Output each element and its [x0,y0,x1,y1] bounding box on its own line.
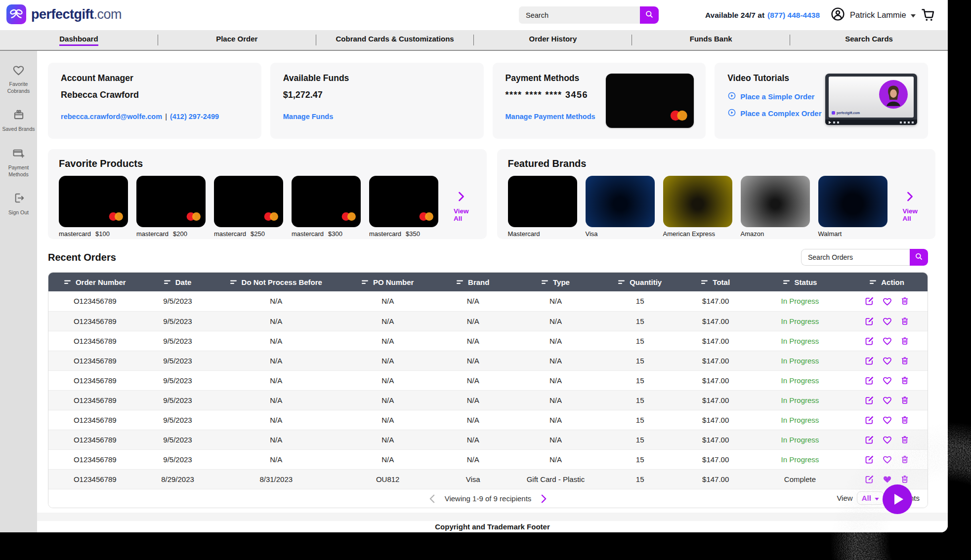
favorite-order-button[interactable] [882,415,892,425]
video-thumbnail[interactable]: perfectgift.com [825,74,917,125]
delete-order-button[interactable] [900,316,910,326]
control-dot [833,121,835,123]
product-card-image[interactable] [369,176,438,227]
search-button[interactable] [640,6,659,24]
product-card-image[interactable] [136,176,206,227]
column-header-total[interactable]: Total [678,273,754,291]
column-header-type[interactable]: Type [509,273,602,291]
nav-item-cobrand-cards-customizations[interactable]: Cobrand Cards & Customizations [316,35,474,46]
account-manager-phone-link[interactable]: (412) 297-2499 [170,113,219,120]
delete-order-button[interactable] [900,296,910,306]
favorite-order-button[interactable] [882,395,892,405]
delete-order-button[interactable] [900,415,910,425]
search-input[interactable] [519,6,640,24]
nav-item-place-order[interactable]: Place Order [158,35,316,46]
manage-payment-methods-link[interactable]: Manage Payment Methods [506,113,595,120]
orders-search-button[interactable] [910,249,928,266]
delete-order-button[interactable] [900,375,910,386]
support-phone-number[interactable]: (877) 448-4438 [767,11,820,20]
next-page-button[interactable] [540,494,548,504]
user-menu[interactable]: Patrick Lammie [830,0,916,30]
featured-brands-view-all[interactable]: View All [896,191,925,222]
delete-order-button[interactable] [900,336,910,346]
brand-logo-lockup[interactable]: perfectgift.com [6,4,122,24]
favorite-products-view-all[interactable]: View All [447,191,476,222]
brand-card-image-visa[interactable] [586,176,655,227]
play-icon[interactable] [829,121,831,124]
fullscreen-icon[interactable] [912,121,914,123]
brand-card-image-amazon[interactable] [741,176,810,227]
product-card-image[interactable] [59,176,128,227]
column-header-quantitiy[interactable]: Quantitiy [602,273,678,291]
edit-order-button[interactable] [864,336,875,346]
edit-order-button[interactable] [864,415,875,425]
favorite-order-button[interactable] [882,474,892,484]
card-title: Account Manager [61,73,249,83]
search-icon [914,252,924,263]
edit-order-button[interactable] [864,296,875,306]
main-content: Account Manager Rebecca Crawford rebecca… [37,51,948,513]
brand-caption: Visa [586,230,655,238]
sidebar-item-saved-brands[interactable]: Saved Brands [1,108,37,133]
edit-order-button[interactable] [864,435,875,445]
edit-order-button[interactable] [864,454,875,465]
edit-order-button[interactable] [864,356,875,366]
manage-funds-link[interactable]: Manage Funds [283,113,334,120]
nav-item-dashboard[interactable]: Dashboard [0,35,158,46]
favorite-order-button[interactable] [882,316,892,326]
brand-name: perfectgift.com [31,7,122,22]
brand-card-image-walmart[interactable] [818,176,887,227]
favorite-order-button[interactable] [882,375,892,386]
cell-type: N/A [509,390,602,410]
cell-total: $147.00 [678,331,754,351]
view-count-dropdown[interactable]: All [857,491,884,505]
sort-icon [618,278,625,286]
favorite-order-button[interactable] [882,356,892,366]
brand-card-image-american-express[interactable] [663,176,732,227]
sidebar-item-payment-methods[interactable]: Payment Methods [1,147,37,178]
sort-icon [542,278,549,286]
edit-order-button[interactable] [864,375,875,386]
nav-item-search-cards[interactable]: Search Cards [790,35,948,46]
delete-order-button[interactable] [900,395,910,405]
column-header-status[interactable]: Status [754,273,847,291]
column-header-do-not-process-before[interactable]: Do Not Process Before [213,273,338,291]
order-row: O1234567899/5/2023N/AN/AN/AN/A15$147.00 … [48,410,928,430]
orders-search-input[interactable] [801,249,910,266]
cell-do-not-process-before: N/A [213,331,338,351]
chevron-down-icon [875,494,879,502]
delete-order-button[interactable] [900,356,910,366]
product-card-image[interactable] [292,176,361,227]
payment-methods-card: Payment Methods **** **** **** 3456 Mana… [493,63,706,139]
cart-button[interactable] [920,7,935,24]
sidebar-item-favorite-cobrands[interactable]: Favorite Cobrands [1,64,37,94]
delete-order-button[interactable] [900,454,910,465]
delete-order-button[interactable] [900,435,910,445]
column-header-date[interactable]: Date [142,273,214,291]
column-header-po-number[interactable]: PO Number [338,273,437,291]
favorite-order-button[interactable] [882,435,892,445]
favorite-order-button[interactable] [882,296,892,306]
nav-item-funds-bank[interactable]: Funds Bank [632,35,790,46]
edit-order-button[interactable] [864,474,875,484]
previous-page-button[interactable] [428,494,436,504]
brand-card-image-mastercard[interactable] [508,176,577,227]
column-header-action[interactable]: Action [846,273,928,291]
account-manager-email-link[interactable]: rebecca.crawford@wolfe.com [61,113,162,120]
favorite-order-button[interactable] [882,454,892,465]
edit-order-button[interactable] [864,395,875,405]
video-controls [825,120,917,125]
delete-order-button[interactable] [900,474,910,484]
sidebar-item-sign-out[interactable]: Sign Out [1,192,37,216]
sort-icon [64,278,71,286]
edit-order-button[interactable] [864,316,875,326]
column-header-brand[interactable]: Brand [437,273,509,291]
product-card-image[interactable] [214,176,283,227]
edit-icon [864,400,875,407]
cell-do-not-process-before: 8/31/2023 [213,469,338,489]
edit-icon [864,360,875,367]
play-fab-button[interactable] [883,484,912,514]
nav-item-order-history[interactable]: Order History [474,35,632,46]
favorite-order-button[interactable] [882,336,892,346]
column-header-order-number[interactable]: Order Number [48,273,142,291]
